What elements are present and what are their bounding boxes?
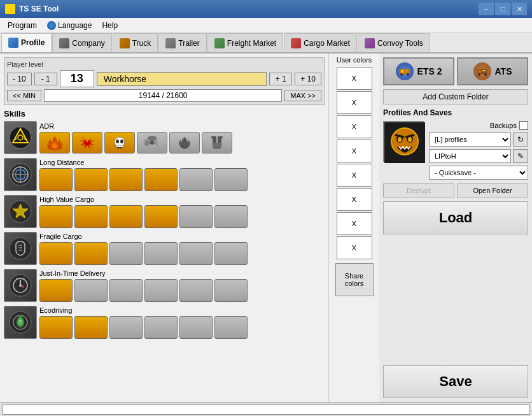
- plus1-button[interactable]: + 1: [269, 73, 292, 85]
- title-bar: TS SE Tool − □ ✕: [0, 0, 532, 18]
- skill-info-high-value: High Value Cargo: [39, 196, 325, 228]
- skill-bar[interactable]: [144, 205, 178, 228]
- color-swatch-4[interactable]: X: [337, 140, 372, 162]
- game-tab-ets2[interactable]: ETS 2: [383, 57, 454, 85]
- skill-bar[interactable]: [179, 316, 213, 339]
- skill-bars-fragile: [39, 242, 325, 265]
- skill-bar[interactable]: [39, 316, 73, 339]
- profiles-dropdown[interactable]: [L] profiles: [429, 133, 511, 147]
- adr-icon-flame[interactable]: [39, 132, 70, 154]
- skill-bar[interactable]: [39, 205, 73, 228]
- skill-bar[interactable]: [39, 279, 73, 302]
- skill-info-ecodriving: Ecodriving: [39, 306, 325, 339]
- skill-icon-high-value: [4, 195, 37, 228]
- skill-bar[interactable]: [109, 279, 143, 302]
- skill-bar[interactable]: [74, 168, 108, 191]
- status-input[interactable]: [3, 405, 529, 415]
- minus1-button[interactable]: - 1: [34, 73, 57, 85]
- skill-bar[interactable]: [214, 205, 248, 228]
- skill-bar[interactable]: [39, 168, 73, 191]
- tab-truck[interactable]: Truck: [113, 33, 158, 52]
- color-swatch-8[interactable]: X: [337, 236, 372, 259]
- skill-bar[interactable]: [214, 279, 248, 302]
- svg-point-30: [19, 284, 22, 287]
- svg-point-40: [407, 73, 409, 76]
- svg-rect-42: [479, 70, 481, 73]
- adr-icon-radiation[interactable]: [137, 132, 167, 154]
- skill-bar[interactable]: [144, 168, 178, 191]
- minus10-button[interactable]: - 10: [7, 73, 32, 85]
- skill-bar[interactable]: [74, 316, 108, 339]
- adr-icon-corrosive[interactable]: [202, 132, 232, 154]
- maximize-button[interactable]: □: [495, 3, 510, 15]
- share-colors-button[interactable]: Share colors: [335, 263, 374, 296]
- plus10-button[interactable]: + 10: [295, 73, 321, 85]
- load-button[interactable]: Load: [383, 201, 528, 234]
- save-dropdown[interactable]: LIPtoH: [429, 149, 511, 163]
- backups-checkbox[interactable]: [519, 121, 528, 130]
- save-button[interactable]: Save: [383, 365, 528, 398]
- menu-help[interactable]: Help: [97, 18, 123, 32]
- tab-trailer[interactable]: Trailer: [158, 33, 207, 52]
- color-swatch-6[interactable]: X: [337, 188, 372, 211]
- skill-bar[interactable]: [179, 168, 213, 191]
- skill-bar[interactable]: [144, 279, 178, 302]
- decrypt-button[interactable]: Decrypt: [383, 183, 454, 197]
- profile-avatar: [383, 121, 424, 162]
- tab-company[interactable]: Company: [52, 33, 111, 52]
- adr-icon-skull[interactable]: [104, 132, 135, 154]
- color-swatch-5[interactable]: X: [337, 164, 372, 187]
- profiles-saves-label: Profiles And Saves: [383, 108, 528, 117]
- skill-bar[interactable]: [109, 205, 143, 228]
- skill-bar[interactable]: [179, 242, 213, 265]
- minimize-button[interactable]: −: [479, 3, 494, 15]
- skill-bar[interactable]: [74, 242, 108, 265]
- edit-save-button[interactable]: ✎: [513, 149, 528, 163]
- skill-bar[interactable]: [109, 242, 143, 265]
- min-button[interactable]: << MIN: [7, 90, 41, 101]
- skill-icon-adr: [4, 121, 37, 154]
- color-swatch-1[interactable]: X: [337, 67, 372, 90]
- skill-bar[interactable]: [74, 205, 108, 228]
- xp-display: 19144 / 21600: [44, 89, 282, 102]
- tab-profile[interactable]: Profile: [1, 33, 52, 52]
- quicksave-dropdown[interactable]: - Quicksave -: [429, 166, 528, 180]
- adr-icon-env[interactable]: [169, 132, 200, 154]
- skill-bar[interactable]: [179, 279, 213, 302]
- player-level-label: Player level: [7, 61, 321, 68]
- skill-bar[interactable]: [74, 279, 108, 302]
- player-name-display: Workhorse: [97, 72, 267, 86]
- color-swatch-2[interactable]: X: [337, 91, 372, 114]
- app-title: TS SE Tool: [19, 4, 59, 13]
- svg-point-52: [398, 137, 402, 142]
- svg-point-39: [400, 73, 403, 76]
- skill-bar[interactable]: [214, 168, 248, 191]
- max-button[interactable]: MAX >>: [284, 90, 321, 101]
- tab-freight-market[interactable]: Freight Market: [207, 33, 283, 52]
- add-custom-folder-button[interactable]: Add Custom Folder: [383, 89, 528, 104]
- skill-bar[interactable]: [179, 205, 213, 228]
- skill-bar[interactable]: [144, 242, 178, 265]
- skill-info-long-distance: Long Distance: [39, 159, 325, 191]
- skill-bar[interactable]: [214, 242, 248, 265]
- user-colors-label: User colors: [337, 56, 372, 64]
- color-swatch-3[interactable]: X: [337, 115, 372, 138]
- skill-bar[interactable]: [109, 316, 143, 339]
- skill-bar[interactable]: [144, 316, 178, 339]
- close-button[interactable]: ✕: [512, 3, 527, 15]
- action-row: Decrypt Open Folder: [383, 183, 528, 197]
- skill-bar[interactable]: [214, 316, 248, 339]
- game-tab-ats[interactable]: ATS: [457, 57, 528, 85]
- open-folder-button[interactable]: Open Folder: [457, 183, 528, 197]
- tab-cargo-market[interactable]: Cargo Market: [284, 33, 357, 52]
- skill-bar[interactable]: [39, 242, 73, 265]
- skill-name-adr: ADR: [39, 122, 325, 130]
- skills-label: Skills: [4, 109, 325, 118]
- refresh-profiles-button[interactable]: ↻: [513, 133, 528, 147]
- skill-bar[interactable]: [109, 168, 143, 191]
- menu-language[interactable]: Language: [42, 18, 97, 32]
- tab-convoy-tools[interactable]: Convoy Tools: [358, 33, 430, 52]
- color-swatch-7[interactable]: X: [337, 212, 372, 235]
- menu-program[interactable]: Program: [3, 18, 42, 32]
- adr-icon-explosion[interactable]: [72, 132, 102, 154]
